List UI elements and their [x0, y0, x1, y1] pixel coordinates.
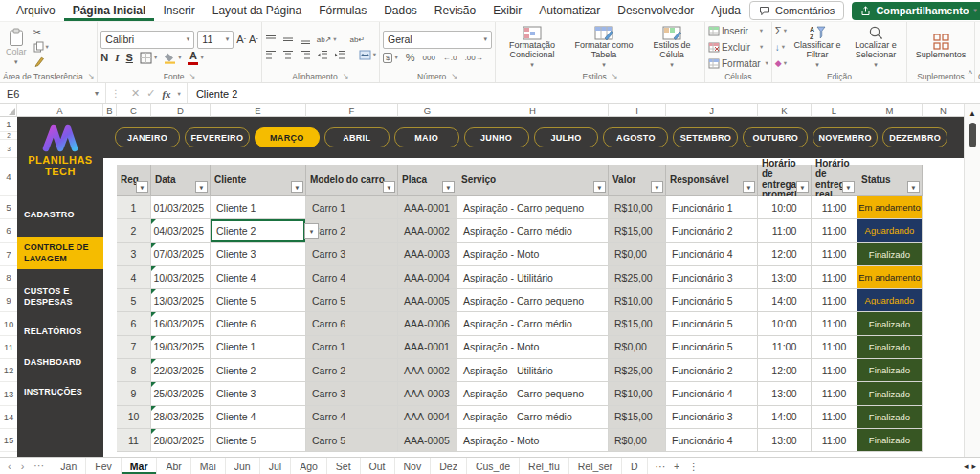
formula-bar-splitter[interactable]: ⋮ — [106, 88, 125, 99]
fill-color-button[interactable]: ▾ — [164, 52, 181, 64]
copy-button[interactable]: ▾ — [33, 41, 49, 54]
cell-modelo[interactable]: Carro 3 — [306, 382, 398, 405]
cell-placa[interactable]: AAA-0005 — [398, 289, 457, 312]
sidebar-item-instru-es[interactable]: INSTRUÇÕES — [17, 385, 103, 399]
sheet-tab-mai[interactable]: Mai — [191, 458, 226, 474]
cut-button[interactable]: ✂ — [33, 26, 49, 38]
cell-valor[interactable]: R$15,00 — [609, 219, 666, 242]
cell-cliente[interactable]: Cliente 3 — [211, 243, 306, 266]
cell-status[interactable]: Em andamento — [858, 266, 923, 289]
increase-font-button[interactable]: Aˆ — [236, 34, 246, 45]
cell-cliente[interactable]: Cliente 2▾ — [211, 219, 306, 242]
column-header-k[interactable]: K — [758, 104, 812, 117]
sheet-tab-rel-ser[interactable]: Rel_ser — [569, 458, 622, 474]
sheet-tab-out[interactable]: Out — [361, 458, 395, 474]
cell-h_real[interactable]: 11:00 — [812, 219, 858, 242]
menu-item-ajuda[interactable]: Ajuda — [702, 0, 749, 21]
find-select-button[interactable]: Localizar e Selecionar ▾ — [848, 24, 903, 69]
filter-button[interactable]: ▾ — [651, 181, 663, 193]
cell-valor[interactable]: R$15,00 — [609, 312, 666, 335]
cell-cliente[interactable]: Cliente 5 — [211, 289, 306, 312]
conditional-formatting-button[interactable]: Formatação Condicional ▾ — [499, 25, 566, 69]
month-tab-janeiro[interactable]: JANEIRO — [115, 127, 180, 147]
row-header-14[interactable]: 14 — [0, 406, 17, 429]
font-size-select[interactable]: 11 ▾ — [197, 31, 234, 49]
cell-data[interactable]: 04/03/2025 — [151, 219, 211, 242]
orientation-button[interactable]: ab↗▾ — [317, 34, 337, 46]
formula-bar-value[interactable]: Cliente 2 — [188, 88, 237, 100]
cell-styles-button[interactable]: Estilos de Célula ▾ — [642, 25, 702, 69]
filter-button[interactable]: ▾ — [383, 181, 395, 193]
month-tab-outubro[interactable]: OUTUBRO — [743, 127, 808, 147]
filter-button[interactable]: ▾ — [442, 181, 455, 193]
cell-responsavel[interactable]: Funcionário 2 — [666, 359, 758, 382]
hscroll-right-icon[interactable]: ▸ — [971, 462, 976, 471]
cell-reg[interactable]: 5 — [117, 289, 151, 312]
cell-placa[interactable]: AAA-0001 — [398, 196, 457, 219]
cell-h_prometido[interactable]: 13:00 — [758, 382, 812, 405]
alignment-dialog-launcher-icon[interactable]: ↘ — [343, 72, 349, 80]
column-header-a[interactable]: A — [17, 104, 103, 117]
cell-placa[interactable]: AAA-0004 — [398, 266, 457, 289]
cell-modelo[interactable]: Carro 1 — [306, 336, 398, 359]
month-tab-maio[interactable]: MAIO — [394, 127, 459, 147]
cell-data[interactable]: 07/03/2025 — [151, 243, 211, 266]
cell-cliente[interactable]: Cliente 4 — [211, 266, 306, 289]
addins-button[interactable]: Suplementos — [910, 33, 971, 61]
cell-modelo[interactable]: Carro 3 — [306, 243, 398, 266]
filter-button[interactable]: ▾ — [136, 181, 148, 193]
row-header-10[interactable]: 10 — [0, 312, 17, 335]
cell-servico[interactable]: Aspiração - Carro médio — [457, 406, 609, 429]
cell-h_real[interactable]: 11:00 — [812, 196, 858, 219]
clear-button[interactable]: ◆▾ — [775, 57, 787, 70]
sheet-tab-dez[interactable]: Dez — [431, 458, 467, 474]
cell-data[interactable]: 13/03/2025 — [151, 289, 211, 312]
cell-h_prometido[interactable]: 10:00 — [758, 196, 812, 219]
cell-servico[interactable]: Aspiração - Carro pequeno — [457, 196, 609, 219]
select-all-corner[interactable] — [0, 104, 17, 117]
cell-placa[interactable]: AAA-0002 — [398, 359, 457, 382]
underline-button[interactable]: S — [126, 53, 133, 63]
column-header-i[interactable]: I — [609, 104, 666, 117]
menu-item-f-rmulas[interactable]: Fórmulas — [310, 0, 375, 21]
cell-status[interactable]: Finalizado — [858, 382, 923, 405]
cell-h_real[interactable]: 11:00 — [812, 429, 858, 452]
row-header-2[interactable]: 2 — [0, 132, 17, 140]
cell-valor[interactable]: R$0,00 — [609, 429, 666, 452]
name-box[interactable]: E6 ▾ — [0, 83, 106, 103]
share-button[interactable]: Compartilhamento ▾ — [852, 2, 980, 20]
row-header-12[interactable]: 12 — [0, 359, 17, 382]
scroll-up-icon[interactable]: ▲ — [969, 109, 976, 118]
bold-button[interactable]: N — [100, 53, 108, 63]
menu-item-desenvolvedor[interactable]: Desenvolvedor — [609, 0, 702, 21]
sidebar-item-dashboard[interactable]: DASHBOARD — [17, 355, 103, 370]
sheet-tab-abr[interactable]: Abr — [157, 458, 190, 474]
sheet-tab-fev[interactable]: Fev — [86, 458, 122, 474]
month-tab-agosto[interactable]: AGOSTO — [603, 127, 668, 147]
styles-dialog-launcher-icon[interactable]: ↘ — [612, 72, 618, 80]
cell-valor[interactable]: R$10,00 — [609, 382, 666, 405]
cell-reg[interactable]: 1 — [117, 196, 151, 219]
sheet-menu-kebab-icon[interactable]: ⋮ — [688, 461, 699, 472]
cell-responsavel[interactable]: Funcionário 3 — [666, 266, 758, 289]
cell-modelo[interactable]: Carro 2 — [306, 359, 398, 382]
cell-placa[interactable]: AAA-0003 — [398, 243, 457, 266]
column-header-m[interactable]: M — [858, 104, 923, 117]
cell-data[interactable]: 19/03/2025 — [151, 336, 211, 359]
cell-cliente[interactable]: Cliente 1 — [211, 336, 306, 359]
fill-button[interactable]: ↓▾ — [775, 41, 787, 54]
increase-indent-icon[interactable] — [334, 50, 345, 60]
filter-button[interactable]: ▾ — [743, 181, 755, 193]
cell-placa[interactable]: AAA-0006 — [398, 312, 457, 335]
cell-responsavel[interactable]: Funcionário 4 — [666, 429, 758, 452]
sheet-tab-cus-de[interactable]: Cus_de — [467, 458, 520, 474]
delete-cells-button[interactable]: Excluir ▾ — [708, 41, 768, 54]
cell-reg[interactable]: 6 — [117, 312, 151, 335]
row-header-8[interactable]: 8 — [0, 266, 17, 289]
menu-item-dados[interactable]: Dados — [375, 0, 426, 21]
cell-responsavel[interactable]: Funcionário 4 — [666, 243, 758, 266]
clipboard-dialog-launcher-icon[interactable]: ↘ — [88, 72, 95, 80]
cell-responsavel[interactable]: Funcionário 5 — [666, 336, 758, 359]
filter-button[interactable]: ▾ — [907, 181, 920, 193]
cell-h_real[interactable]: 11:00 — [812, 406, 858, 429]
